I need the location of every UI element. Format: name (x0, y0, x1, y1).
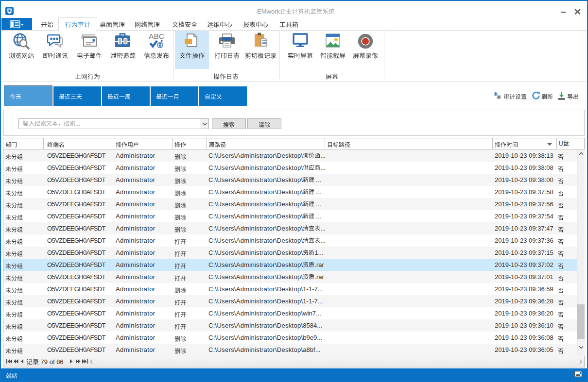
svg-text:ABC: ABC (149, 33, 164, 40)
